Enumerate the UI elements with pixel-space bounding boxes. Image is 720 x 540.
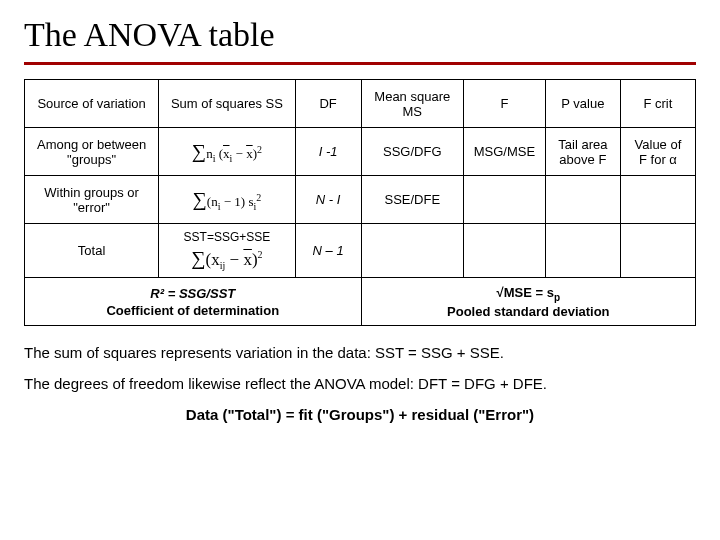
cell-total-f xyxy=(463,224,545,278)
footer-r2: R² = SSG/SST xyxy=(150,286,235,301)
cell-total-ms xyxy=(361,224,463,278)
total-ss-formula: ∑(xij − x)2 xyxy=(167,247,286,271)
row-among: Among or between "groups" ∑ni (xi − x)2 … xyxy=(25,128,696,176)
footer-right: √MSE = sp Pooled standard deviation xyxy=(361,278,695,326)
cell-within-fcrit xyxy=(620,176,695,224)
cell-among-ms: SSG/DFG xyxy=(361,128,463,176)
footer-left: R² = SSG/SST Coefficient of determinatio… xyxy=(25,278,362,326)
cell-total-source: Total xyxy=(25,224,159,278)
cell-among-fcrit: Value of F for α xyxy=(620,128,695,176)
cell-among-df: I -1 xyxy=(295,128,361,176)
cell-within-ss: ∑(ni − 1) si2 xyxy=(159,176,295,224)
row-within: Within groups or "error" ∑(ni − 1) si2 N… xyxy=(25,176,696,224)
col-ms: Mean square MS xyxy=(361,80,463,128)
cell-among-source: Among or between "groups" xyxy=(25,128,159,176)
cell-total-ss: SST=SSG+SSE ∑(xij − x)2 xyxy=(159,224,295,278)
footer-mse-sub: p xyxy=(554,291,560,302)
table-header: Source of variation Sum of squares SS DF… xyxy=(25,80,696,128)
cell-among-p: Tail area above F xyxy=(545,128,620,176)
col-df: DF xyxy=(295,80,361,128)
body-text: The sum of squares represents variation … xyxy=(24,344,696,423)
col-f: F xyxy=(463,80,545,128)
footer-mse: √MSE = sp xyxy=(370,285,687,303)
footer-mse-pre: √MSE = s xyxy=(497,285,554,300)
total-ss-text: SST=SSG+SSE xyxy=(167,230,286,244)
para-3: Data ("Total") = fit ("Groups") + residu… xyxy=(24,406,696,423)
col-fcrit: F crit xyxy=(620,80,695,128)
title-bar: The ANOVA table xyxy=(24,10,696,65)
cell-within-source: Within groups or "error" xyxy=(25,176,159,224)
cell-within-p xyxy=(545,176,620,224)
cell-within-f xyxy=(463,176,545,224)
cell-total-df: N – 1 xyxy=(295,224,361,278)
table-footer: R² = SSG/SST Coefficient of determinatio… xyxy=(25,278,696,326)
col-source: Source of variation xyxy=(25,80,159,128)
page-title: The ANOVA table xyxy=(24,16,696,54)
col-p: P value xyxy=(545,80,620,128)
cell-among-f: MSG/MSE xyxy=(463,128,545,176)
footer-coef: Coefficient of determination xyxy=(33,303,353,318)
para-1: The sum of squares represents variation … xyxy=(24,344,696,361)
anova-table: Source of variation Sum of squares SS DF… xyxy=(24,79,696,326)
cell-within-df: N - I xyxy=(295,176,361,224)
footer-pooled: Pooled standard deviation xyxy=(370,304,687,319)
cell-among-ss: ∑ni (xi − x)2 xyxy=(159,128,295,176)
col-ss: Sum of squares SS xyxy=(159,80,295,128)
cell-total-p xyxy=(545,224,620,278)
row-total: Total SST=SSG+SSE ∑(xij − x)2 N – 1 xyxy=(25,224,696,278)
cell-within-ms: SSE/DFE xyxy=(361,176,463,224)
para-2: The degrees of freedom likewise reflect … xyxy=(24,375,696,392)
cell-total-fcrit xyxy=(620,224,695,278)
